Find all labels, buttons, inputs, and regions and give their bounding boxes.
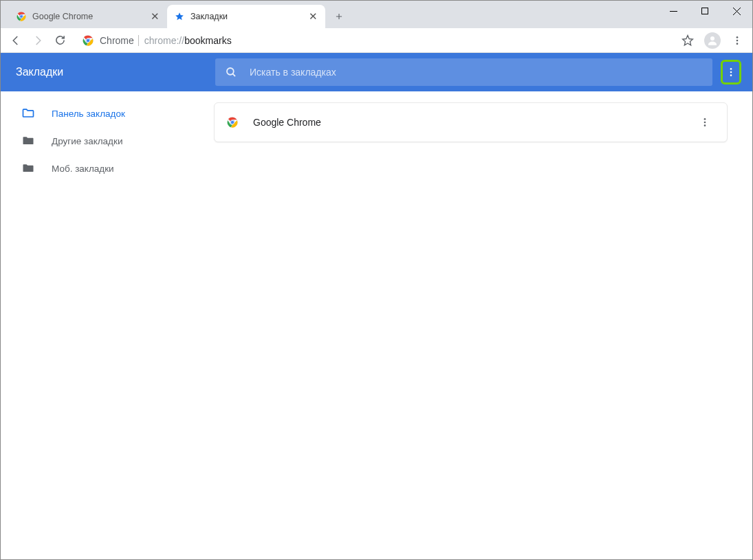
bookmarks-sidebar: Панель закладок Другие закладки Моб. зак… — [1, 91, 214, 559]
bookmark-title: Google Chrome — [253, 117, 695, 128]
svg-point-13 — [730, 71, 732, 74]
tab-bookmarks[interactable]: Закладки ✕ — [167, 5, 325, 28]
tab-google-chrome[interactable]: Google Chrome ✕ — [9, 5, 167, 28]
bookmarks-menu-button[interactable] — [721, 60, 741, 85]
bookmark-row-menu-button[interactable] — [695, 113, 714, 132]
sidebar-item-label: Моб. закладки — [52, 164, 114, 174]
bookmarks-list: Google Chrome — [214, 91, 752, 559]
sidebar-item-label: Другие закладки — [52, 136, 122, 146]
bookmarks-content: Панель закладок Другие закладки Моб. зак… — [1, 91, 752, 559]
svg-rect-3 — [702, 8, 708, 14]
svg-point-17 — [230, 120, 234, 124]
folder-outline-icon — [21, 107, 35, 120]
address-bar[interactable]: Chrome chrome://bookmarks — [75, 31, 673, 50]
back-button[interactable] — [5, 30, 27, 52]
address-url: chrome://bookmarks — [144, 35, 232, 46]
forward-button[interactable] — [27, 30, 49, 52]
sidebar-item-other-bookmarks[interactable]: Другие закладки — [1, 127, 214, 155]
window-controls — [657, 1, 752, 21]
chrome-icon — [227, 117, 238, 128]
browser-menu-button[interactable] — [726, 30, 748, 52]
reload-button[interactable] — [49, 30, 71, 52]
window-titlebar: Google Chrome ✕ Закладки ✕ — [1, 1, 752, 28]
search-input[interactable] — [250, 67, 703, 78]
svg-point-14 — [730, 74, 732, 76]
svg-point-18 — [704, 118, 706, 120]
tab-strip: Google Chrome ✕ Закладки ✕ — [1, 1, 349, 28]
svg-point-10 — [736, 43, 739, 45]
svg-point-2 — [20, 15, 23, 19]
svg-point-11 — [227, 68, 234, 75]
close-icon[interactable]: ✕ — [307, 11, 318, 22]
sidebar-item-bookmarks-bar[interactable]: Панель закладок — [1, 100, 214, 127]
minimize-button[interactable] — [657, 1, 689, 21]
address-origin: Chrome — [100, 35, 134, 46]
search-icon — [225, 66, 237, 78]
star-icon — [174, 11, 185, 22]
folder-icon — [21, 161, 35, 175]
sidebar-item-label: Панель закладок — [52, 109, 125, 119]
tab-title: Google Chrome — [32, 12, 149, 21]
svg-point-9 — [736, 39, 739, 41]
window-close-button[interactable] — [721, 1, 752, 21]
svg-point-7 — [710, 36, 714, 41]
bookmarks-search[interactable] — [215, 58, 712, 86]
address-divider — [138, 35, 139, 46]
chrome-icon — [16, 11, 27, 22]
svg-point-19 — [704, 122, 706, 124]
folder-icon — [21, 134, 35, 148]
close-icon[interactable]: ✕ — [149, 11, 160, 22]
svg-point-6 — [86, 38, 89, 42]
sidebar-item-mobile-bookmarks[interactable]: Моб. закладки — [1, 155, 214, 182]
profile-avatar[interactable] — [701, 30, 723, 52]
svg-point-20 — [704, 124, 706, 126]
bookmark-star-button[interactable] — [677, 30, 699, 52]
page-title: Закладки — [16, 66, 215, 78]
browser-toolbar: Chrome chrome://bookmarks — [1, 28, 752, 53]
svg-point-12 — [730, 68, 732, 70]
bookmarks-card: Google Chrome — [214, 102, 728, 142]
site-info-icon[interactable] — [82, 34, 94, 47]
svg-point-8 — [736, 36, 739, 38]
bookmark-row[interactable]: Google Chrome — [215, 103, 727, 142]
bookmarks-header: Закладки — [1, 53, 752, 91]
new-tab-button[interactable] — [329, 7, 349, 26]
tab-title: Закладки — [190, 12, 307, 21]
maximize-button[interactable] — [689, 1, 721, 21]
